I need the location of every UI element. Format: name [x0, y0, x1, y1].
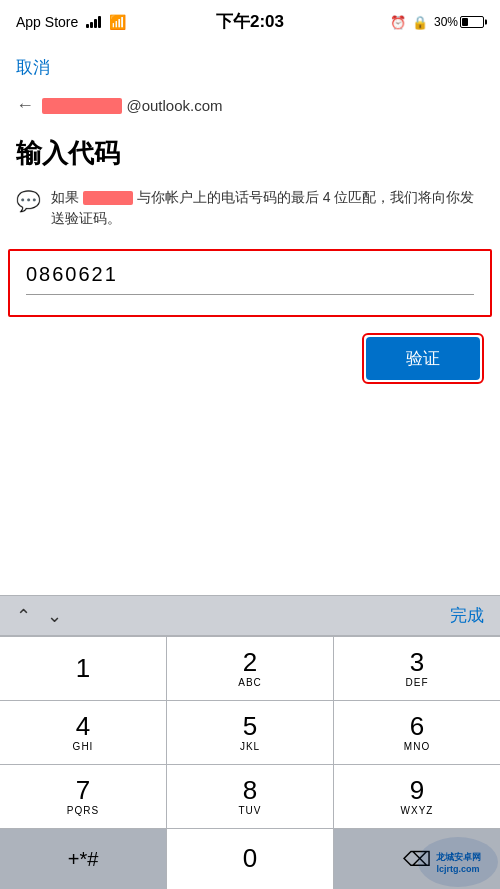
- keyboard-toolbar: ⌃ ⌄ 完成: [0, 595, 500, 636]
- alarm-icon: ⏰: [390, 15, 406, 30]
- code-input[interactable]: [26, 259, 474, 295]
- signal-icon: [86, 16, 101, 28]
- key-7[interactable]: 7 PQRS: [0, 765, 166, 828]
- description-area: 💬 如果 与你帐户上的电话号码的最后 4 位匹配，我们将向你发送验证码。: [0, 187, 500, 249]
- key-9[interactable]: 9 WXYZ: [334, 765, 500, 828]
- key-8[interactable]: 8 TUV: [167, 765, 333, 828]
- email-domain: @outlook.com: [126, 97, 222, 114]
- lock-icon: 🔒: [412, 15, 428, 30]
- wifi-icon: 📶: [109, 14, 126, 30]
- key-5[interactable]: 5 JKL: [167, 701, 333, 764]
- name-redacted: [83, 191, 133, 205]
- next-field-button[interactable]: ⌄: [47, 605, 62, 627]
- status-right: ⏰ 🔒 30%: [390, 15, 484, 30]
- toolbar-arrows: ⌃ ⌄: [16, 605, 62, 627]
- email-redacted: [42, 98, 122, 114]
- chat-icon: 💬: [16, 189, 41, 213]
- email-row: ← @outlook.com: [0, 87, 500, 132]
- key-symbols[interactable]: +*#: [0, 829, 166, 889]
- watermark: 龙城安卓网lcjrtg.com: [418, 837, 498, 887]
- cancel-button[interactable]: 取消: [16, 56, 50, 79]
- key-6[interactable]: 6 MNO: [334, 701, 500, 764]
- page-title: 输入代码: [0, 132, 500, 187]
- status-left: App Store 📶: [16, 14, 126, 30]
- main-content: 取消 ← @outlook.com 输入代码 💬 如果 与你帐户上的电话号码的最…: [0, 44, 500, 404]
- key-3[interactable]: 3 DEF: [334, 637, 500, 700]
- key-0[interactable]: 0: [167, 829, 333, 889]
- back-arrow-icon[interactable]: ←: [16, 95, 34, 116]
- app-store-label: App Store: [16, 14, 78, 30]
- battery-indicator: 30%: [434, 15, 484, 29]
- verify-button[interactable]: 验证: [366, 337, 480, 380]
- done-button[interactable]: 完成: [450, 604, 484, 627]
- status-bar: App Store 📶 下午2:03 ⏰ 🔒 30%: [0, 0, 500, 44]
- key-4[interactable]: 4 GHI: [0, 701, 166, 764]
- cancel-area: 取消: [0, 44, 500, 87]
- prev-field-button[interactable]: ⌃: [16, 605, 31, 627]
- battery-percent: 30%: [434, 15, 458, 29]
- key-1[interactable]: 1: [0, 637, 166, 700]
- description-text: 如果 与你帐户上的电话号码的最后 4 位匹配，我们将向你发送验证码。: [51, 187, 484, 229]
- key-2[interactable]: 2 ABC: [167, 637, 333, 700]
- verify-button-wrapper: 验证: [362, 333, 484, 384]
- code-input-wrapper: [8, 249, 492, 317]
- battery-icon: [460, 16, 484, 28]
- verify-row: 验证: [0, 333, 500, 404]
- status-time: 下午2:03: [216, 10, 284, 33]
